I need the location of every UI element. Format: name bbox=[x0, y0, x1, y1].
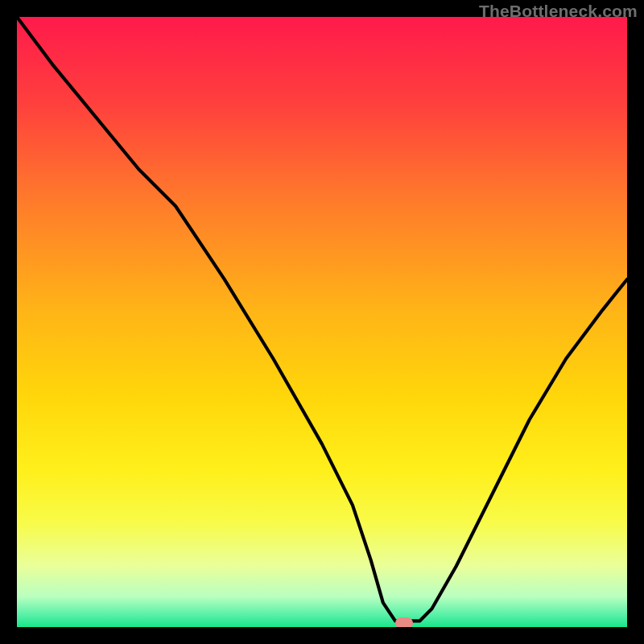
chart-frame: TheBottleneck.com bbox=[0, 0, 644, 644]
bottleneck-curve bbox=[17, 17, 627, 627]
optimal-marker bbox=[395, 617, 413, 627]
watermark-text: TheBottleneck.com bbox=[479, 2, 638, 21]
plot-area bbox=[17, 17, 627, 627]
